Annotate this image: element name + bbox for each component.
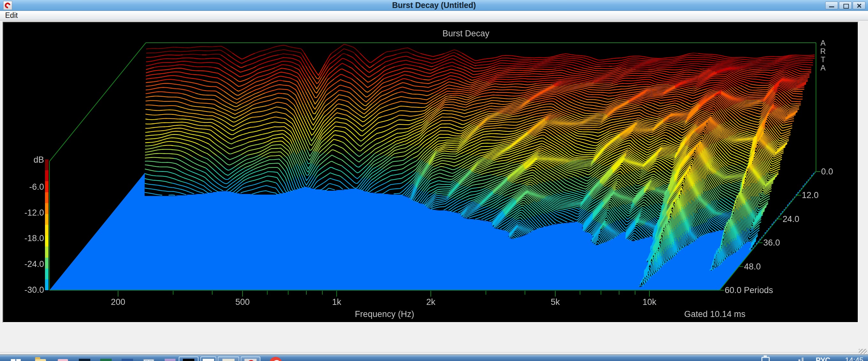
colorbar-band <box>45 203 49 214</box>
periods-tick-label: 12.0 <box>802 190 819 200</box>
colorbar-band <box>45 268 49 280</box>
level-colorbar <box>45 159 49 290</box>
taskbar: PsXWM РУС 14:45 <box>0 355 868 361</box>
db-tick-label: -18.0 <box>24 233 44 243</box>
periods-tick-label: 48.0 <box>744 262 761 272</box>
freq-tick-label: 5k <box>551 297 560 307</box>
system-window-taskbar-icon[interactable] <box>140 357 157 361</box>
graph-app-taskbar-icon[interactable] <box>200 357 216 361</box>
media-app-taskbar-icon[interactable] <box>54 357 71 361</box>
window-controls <box>824 2 865 9</box>
arta-letter: R <box>817 47 829 56</box>
colorbar-band <box>45 280 49 290</box>
gate-annotation: Gated 10.14 ms <box>684 309 745 319</box>
arta-letter: A <box>817 39 829 47</box>
arta-spectrum-taskbar-icon[interactable] <box>179 357 198 361</box>
periods-tick-label: 36.0 <box>763 238 780 248</box>
periods-tick-label: 0.0 <box>821 167 833 177</box>
restore-button[interactable] <box>839 2 852 9</box>
arta-watermark: ARTA <box>817 39 829 72</box>
arta-swirl-icon <box>3 1 11 9</box>
photoshop-taskbar-icon[interactable]: Ps <box>76 357 93 361</box>
colorbar-band <box>45 214 49 225</box>
measure-app-taskbar-icon[interactable] <box>218 357 239 361</box>
arta-burst-decay-window: { "window": { "title": "Burst Decay (Unt… <box>0 0 868 361</box>
excel-taskbar-icon[interactable]: X <box>97 357 115 361</box>
colorbar-band <box>45 181 49 192</box>
resize-grip[interactable] <box>859 349 867 354</box>
colorbar-band <box>45 236 49 247</box>
close-button[interactable] <box>853 2 865 9</box>
db-tick-label: -12.0 <box>24 208 44 218</box>
freq-tick-label: 500 <box>235 297 250 307</box>
minimize-button[interactable] <box>825 2 838 9</box>
clock[interactable]: 14:45 <box>845 356 864 361</box>
freq-tick-label: 200 <box>111 297 125 307</box>
menu-item-edit[interactable]: Edit <box>0 11 23 20</box>
db-tick-label: -6.0 <box>29 182 44 192</box>
colorbar-band <box>45 159 49 170</box>
device-tray-icon[interactable] <box>762 357 770 361</box>
colorbar-band <box>45 258 49 268</box>
freq-tick-label: 10k <box>642 297 656 307</box>
freq-tick-label: 2k <box>426 297 436 307</box>
db-tick-label: -24.0 <box>24 259 44 269</box>
periods-tick-label: 60.0 Periods <box>725 286 773 295</box>
arta-letter: A <box>817 64 829 72</box>
plot-title: Burst Decay <box>442 29 489 39</box>
colorbar-band <box>45 247 49 257</box>
menu-bar: Edit <box>0 11 868 21</box>
colorbar-band <box>45 225 49 236</box>
freq-axis-label: Frequency (Hz) <box>355 309 414 319</box>
db-tick-label: -30.0 <box>24 285 44 295</box>
word-taskbar-icon[interactable]: W <box>119 357 136 361</box>
db-axis-label: dB <box>33 155 44 165</box>
network-tray-icon[interactable] <box>795 357 804 361</box>
control-bar: Mode Waterfall_F Palette Jet 30 Copy Col… <box>0 323 868 352</box>
title-bar: Burst Decay (Untitled) <box>0 0 868 11</box>
arta-bd-taskbar-icon[interactable] <box>241 357 260 361</box>
periods-tick-label: 24.0 <box>782 214 799 224</box>
chrome-taskbar-icon[interactable] <box>268 357 283 361</box>
media-player-taskbar-icon[interactable]: M <box>161 357 179 361</box>
waterfall-canvas[interactable] <box>3 22 858 322</box>
explorer-taskbar-icon[interactable] <box>32 357 49 361</box>
app-icon <box>3 1 12 10</box>
colorbar-band <box>45 192 49 203</box>
start-button-taskbar-icon[interactable] <box>4 357 27 361</box>
colorbar-band <box>45 170 49 181</box>
freq-tick-label: 1k <box>332 297 341 307</box>
window-title: Burst Decay (Untitled) <box>392 1 476 10</box>
arta-letter: T <box>817 56 829 64</box>
window-bottom-edge <box>0 352 868 355</box>
language-indicator[interactable]: РУС <box>816 356 830 361</box>
